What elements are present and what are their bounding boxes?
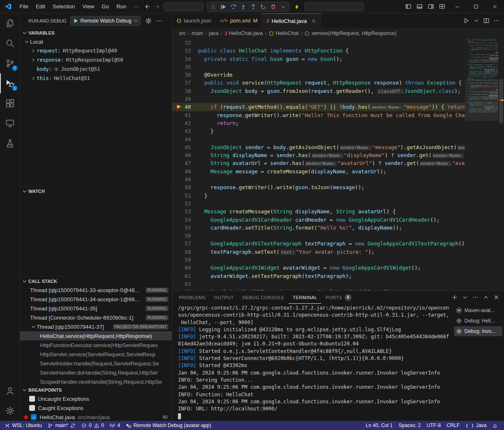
code-line-40[interactable]: 40 if (request.getMethod().equals("GET")… — [172, 103, 465, 111]
code-line-56[interactable]: 56 — [172, 232, 465, 240]
line-number[interactable]: 43 — [172, 127, 198, 135]
debug-config-dropdown[interactable]: Remote Watch Debug — [70, 16, 141, 26]
code-line-55[interactable]: 55 cardHeader.setTitle(String.format("He… — [172, 224, 465, 232]
debug-step-over-icon[interactable] — [228, 2, 238, 11]
code-line-51[interactable]: 51 } — [172, 192, 465, 200]
menu-view[interactable]: View — [79, 2, 98, 11]
run-icon[interactable] — [461, 18, 471, 24]
code-line-60[interactable]: 60 GoogleAppsCardV1Widget avatarWidget =… — [172, 264, 465, 272]
line-number[interactable]: 47 — [172, 159, 198, 167]
line-number[interactable]: 62 — [172, 280, 198, 288]
variable-response[interactable]: response:HttpResponseImpl@50 — [20, 55, 172, 65]
section-watch[interactable]: WATCH — [20, 186, 172, 195]
tab-launch.json[interactable]: {}launch.json — [172, 13, 216, 28]
tab-HelloChat.java[interactable]: JHelloChat.java — [262, 13, 321, 28]
more-icon[interactable] — [471, 293, 480, 302]
code-line-52[interactable]: 52 — [172, 200, 465, 208]
line-number[interactable]: 52 — [172, 200, 198, 208]
menu-more[interactable]: ··· — [130, 2, 143, 11]
ports-forwarded[interactable]: 4 — [107, 421, 123, 430]
remote-indicator[interactable]: WSL: Ubuntu — [2, 421, 45, 430]
breakpoint-checkbox[interactable] — [29, 405, 35, 411]
code-line-50[interactable]: 50 response.getWriter().write(gson.toJso… — [172, 183, 465, 191]
problems[interactable]: 00 — [78, 421, 107, 430]
thread-item[interactable]: Thread [qtp1500079441-34-acceptor-1@66..… — [20, 295, 172, 304]
code-editor[interactable]: 3233public class HelloChat implements Ht… — [172, 39, 465, 290]
breadcrumb-item[interactable]: src — [179, 30, 186, 36]
line-number[interactable]: 38 — [172, 87, 198, 95]
section-breakpoints[interactable]: BREAKPOINTS — [20, 385, 172, 394]
scope-local[interactable]: Local — [20, 37, 172, 46]
breadcrumb-item[interactable]: service(HttpRequest, HttpResponse) — [304, 30, 396, 36]
start-debug-icon[interactable] — [73, 18, 79, 24]
code-line-32[interactable]: 32 — [172, 39, 465, 47]
line-number[interactable]: 45 — [172, 143, 198, 151]
arrow-right-icon[interactable] — [154, 3, 160, 10]
code-line-42[interactable]: 42 return; — [172, 119, 465, 127]
line-number[interactable]: 55 — [172, 224, 198, 232]
thread-item[interactable]: Thread [qtp1500079441-33-acceptor-0@48..… — [20, 285, 172, 295]
gripper-icon[interactable] — [208, 2, 218, 11]
thread-item[interactable]: Thread [qtp1500079441-37]PAUSED ON BREAK… — [20, 322, 172, 331]
branch-status[interactable]: main* — [45, 421, 78, 430]
minimap-slider[interactable] — [465, 79, 498, 121]
eol[interactable]: CRLF — [444, 421, 462, 430]
line-number[interactable]: 35 — [172, 63, 198, 71]
lazy-eval-icon[interactable] — [54, 67, 59, 72]
breakpoint-item[interactable]: ✓HelloChat.javasrc/main/java40 — [20, 412, 172, 421]
encoding[interactable]: UTF-8 — [424, 421, 444, 430]
line-number[interactable]: 37 — [172, 79, 198, 87]
stack-frame[interactable]: HttpServlet.service(ServletRequest,Servl… — [20, 350, 172, 359]
code-line-54[interactable]: 54 GoogleAppsCardV1CardHeader cardHeader… — [172, 216, 465, 224]
code-line-41[interactable]: 41 response.getWriter().write("Hello! Th… — [172, 111, 465, 119]
line-number[interactable]: 54 — [172, 216, 198, 224]
arrow-left-icon[interactable] — [144, 3, 151, 10]
code-line-48[interactable]: 48 Message message = createMessage(displ… — [172, 168, 465, 175]
terminal-output[interactable]: /grpc/grpc-context/1.27.2/grpc-context-1… — [172, 304, 453, 421]
indentation[interactable]: Spaces: 2 — [396, 421, 424, 430]
thread-item[interactable]: Thread [qtp1500079441-35]RUNNING — [20, 304, 172, 313]
line-number[interactable]: 36 — [172, 71, 198, 79]
more-icon[interactable] — [491, 18, 501, 24]
breadcrumb-item[interactable]: JHelloChat.java — [224, 30, 263, 36]
code-line-53[interactable]: 53 Message createMessage(String displayN… — [172, 208, 465, 215]
close-button[interactable] — [485, 0, 504, 13]
layout-grid-icon[interactable] — [436, 3, 448, 10]
cursor-position[interactable]: Ln 40, Col 1 — [363, 421, 396, 430]
line-number[interactable]: 46 — [172, 151, 198, 159]
chevron-up-icon[interactable] — [481, 293, 490, 302]
line-number[interactable]: 39 — [172, 95, 198, 103]
line-number[interactable]: 60 — [172, 264, 198, 272]
debug-continue-icon[interactable] — [218, 2, 228, 11]
line-number[interactable]: 34 — [172, 55, 198, 63]
debug-step-out-icon[interactable] — [248, 2, 258, 11]
chevron-down-icon[interactable] — [278, 2, 288, 11]
line-number[interactable]: 57 — [172, 240, 198, 248]
line-number[interactable]: 53 — [172, 208, 198, 215]
breadcrumb-item[interactable]: HelloChat — [268, 30, 298, 36]
debug-step-into-icon[interactable] — [238, 2, 248, 11]
menu-edit[interactable]: Edit — [32, 2, 49, 11]
chevron-down-icon[interactable] — [460, 293, 469, 302]
breakpoint-item[interactable]: Caught Exceptions — [20, 403, 172, 412]
command-center-left[interactable] — [163, 2, 204, 11]
menu-selection[interactable]: Selection — [49, 2, 78, 11]
layout-panel-icon[interactable] — [414, 3, 425, 10]
line-number[interactable]: 32 — [172, 39, 198, 47]
panel-tab-problems[interactable]: PROBLEMS — [175, 291, 210, 304]
activity-run-and-debug[interactable]: 1 — [0, 73, 20, 93]
code-line-58[interactable]: 58 textParagraph.setText(text:"Your avat… — [172, 248, 465, 256]
line-number[interactable]: 41 — [172, 111, 198, 119]
code-line-36[interactable]: 36 @Override — [172, 71, 465, 79]
tab-pom.xml[interactable]: </>pom.xmlM — [216, 13, 262, 28]
panel-tab-debug-console[interactable]: DEBUG CONSOLE — [238, 291, 288, 304]
activity-extensions[interactable] — [0, 93, 20, 113]
maximize-button[interactable] — [466, 0, 485, 13]
activity-remote-explorer[interactable] — [0, 113, 20, 133]
code-line-37[interactable]: 37 public void service(HttpRequest reque… — [172, 79, 465, 87]
split-editor-icon[interactable] — [481, 18, 491, 24]
code-line-44[interactable]: 44 — [172, 135, 465, 143]
breakpoint-item[interactable]: Uncaught Exceptions — [20, 394, 172, 403]
code-line-43[interactable]: 43 } — [172, 127, 465, 135]
lightning-icon[interactable] — [292, 2, 301, 11]
